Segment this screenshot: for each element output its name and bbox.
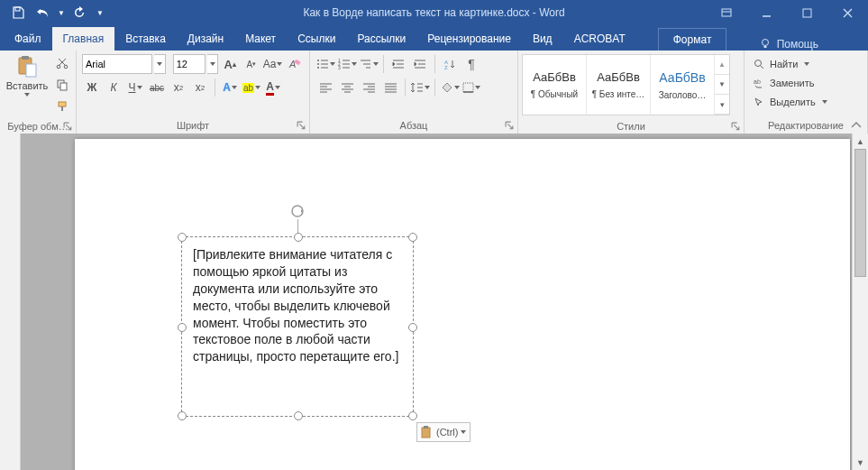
- resize-handle-tr[interactable]: [408, 233, 417, 242]
- tab-format[interactable]: Формат: [658, 28, 727, 51]
- bold-button[interactable]: Ж: [82, 78, 102, 97]
- shrink-font-icon[interactable]: A▾: [242, 54, 261, 74]
- svg-text:3: 3: [338, 65, 341, 69]
- tab-design[interactable]: Дизайн: [177, 27, 234, 51]
- grow-font-icon[interactable]: A▴: [220, 54, 240, 74]
- bullets-icon[interactable]: [315, 54, 335, 74]
- resize-handle-tm[interactable]: [294, 233, 303, 242]
- window-controls: [706, 0, 868, 25]
- font-size-input[interactable]: [173, 54, 206, 74]
- paste-options-button[interactable]: (Ctrl): [416, 422, 471, 442]
- align-right-icon[interactable]: [359, 78, 379, 97]
- save-icon[interactable]: [7, 2, 29, 23]
- svg-point-23: [755, 60, 762, 66]
- tab-home[interactable]: Главная: [52, 27, 115, 51]
- gallery-more-icon[interactable]: ▾: [715, 95, 729, 115]
- select-button[interactable]: Выделить: [754, 93, 827, 111]
- style-no-spacing[interactable]: АаБбВв¶ Без инте…: [587, 55, 651, 115]
- tab-view[interactable]: Вид: [522, 27, 563, 51]
- ribbon-tabs: Файл Главная Вставка Дизайн Макет Ссылки…: [0, 25, 868, 51]
- font-name-input[interactable]: [82, 54, 152, 74]
- increase-indent-icon[interactable]: [410, 54, 430, 74]
- font-size-dropdown[interactable]: [207, 54, 219, 74]
- undo-icon[interactable]: [32, 2, 54, 23]
- tab-file[interactable]: Файл: [4, 27, 52, 51]
- subscript-button[interactable]: x2: [169, 78, 188, 97]
- find-button[interactable]: Найти: [754, 55, 827, 73]
- underline-button[interactable]: Ч: [125, 78, 145, 97]
- resize-handle-tl[interactable]: [178, 233, 187, 242]
- gallery-up-icon[interactable]: ▲: [715, 55, 729, 75]
- tab-layout[interactable]: Макет: [234, 27, 287, 51]
- title-bar: ▼ ▼ Как в Ворде написать текст на картин…: [0, 0, 868, 25]
- group-clipboard: Вставить Буфер обм…: [0, 51, 77, 134]
- qat-customize-icon[interactable]: ▼: [94, 2, 106, 23]
- highlight-icon[interactable]: ab: [242, 78, 261, 97]
- group-font: A▴ A▾ Aa A Ж К Ч abc x2 x2 A ab A Шрифт: [77, 51, 310, 134]
- tab-mailings[interactable]: Рассылки: [346, 27, 416, 51]
- style-normal[interactable]: АаБбВв¶ Обычный: [523, 55, 587, 115]
- group-label-clipboard: Буфер обм…: [0, 119, 76, 134]
- close-icon[interactable]: [827, 0, 868, 25]
- ribbon-options-icon[interactable]: [706, 0, 746, 25]
- svg-rect-1: [722, 9, 731, 16]
- text-effects-icon[interactable]: A: [220, 78, 240, 97]
- svg-rect-26: [422, 428, 430, 438]
- shading-icon[interactable]: [440, 78, 460, 97]
- scroll-thumb[interactable]: [854, 149, 866, 277]
- launcher-icon[interactable]: [63, 122, 73, 132]
- launcher-icon[interactable]: [731, 122, 741, 132]
- redo-icon[interactable]: [69, 2, 90, 23]
- svg-rect-22: [463, 83, 473, 92]
- decrease-indent-icon[interactable]: [388, 54, 408, 74]
- resize-handle-bl[interactable]: [178, 411, 187, 420]
- numbering-icon[interactable]: 123: [337, 54, 357, 74]
- copy-icon[interactable]: [52, 75, 72, 95]
- tab-references[interactable]: Ссылки: [287, 27, 346, 51]
- font-color-icon[interactable]: A: [263, 78, 283, 97]
- rotate-handle[interactable]: [289, 203, 306, 219]
- borders-icon[interactable]: [461, 78, 481, 97]
- resize-handle-br[interactable]: [408, 411, 417, 420]
- line-spacing-icon[interactable]: [410, 78, 430, 97]
- tab-acrobat[interactable]: ACROBAT: [563, 27, 636, 51]
- align-center-icon[interactable]: [337, 78, 357, 97]
- maximize-icon[interactable]: [787, 0, 827, 25]
- vertical-ruler[interactable]: [0, 134, 21, 470]
- tab-insert[interactable]: Вставка: [114, 27, 177, 51]
- page[interactable]: [Привлеките внимание читателя с помощью …: [75, 139, 850, 470]
- paste-button[interactable]: Вставить: [4, 53, 50, 116]
- multilevel-list-icon[interactable]: [359, 54, 379, 74]
- justify-icon[interactable]: [380, 78, 400, 97]
- resize-handle-bm[interactable]: [294, 411, 303, 420]
- font-name-dropdown[interactable]: [154, 54, 166, 74]
- show-marks-icon[interactable]: ¶: [461, 54, 481, 74]
- strike-button[interactable]: abc: [147, 78, 167, 97]
- launcher-icon[interactable]: [505, 121, 515, 131]
- sort-icon[interactable]: AZ: [440, 54, 460, 74]
- style-heading1[interactable]: АаБбВвЗаголово…: [651, 55, 715, 115]
- change-case-icon[interactable]: Aa: [263, 54, 283, 74]
- italic-button[interactable]: К: [104, 78, 123, 97]
- scroll-down-icon[interactable]: ▼: [853, 455, 868, 470]
- text-box-content[interactable]: [Привлеките внимание читателя с помощью …: [182, 237, 413, 374]
- resize-handle-mr[interactable]: [408, 323, 417, 332]
- minimize-icon[interactable]: [746, 0, 787, 25]
- undo-dropdown[interactable]: ▼: [58, 9, 65, 17]
- tab-review[interactable]: Рецензирование: [416, 27, 522, 51]
- align-left-icon[interactable]: [315, 78, 335, 97]
- clear-formatting-icon[interactable]: A: [284, 54, 304, 74]
- superscript-button[interactable]: x2: [190, 78, 210, 97]
- resize-handle-ml[interactable]: [178, 323, 187, 332]
- gallery-down-icon[interactable]: ▼: [715, 75, 729, 95]
- vertical-scrollbar[interactable]: ▲ ▼: [852, 134, 868, 470]
- scroll-up-icon[interactable]: ▲: [853, 134, 868, 149]
- cut-icon[interactable]: [52, 53, 72, 73]
- replace-button[interactable]: abЗаменить: [754, 74, 827, 92]
- tell-me[interactable]: Помощь: [759, 38, 868, 51]
- format-painter-icon[interactable]: [52, 97, 72, 116]
- collapse-ribbon-icon[interactable]: [848, 117, 864, 132]
- launcher-icon[interactable]: [297, 121, 306, 131]
- text-box[interactable]: [Привлеките внимание читателя с помощью …: [181, 236, 414, 417]
- styles-gallery[interactable]: АаБбВв¶ Обычный АаБбВв¶ Без инте… АаБбВв…: [522, 54, 730, 115]
